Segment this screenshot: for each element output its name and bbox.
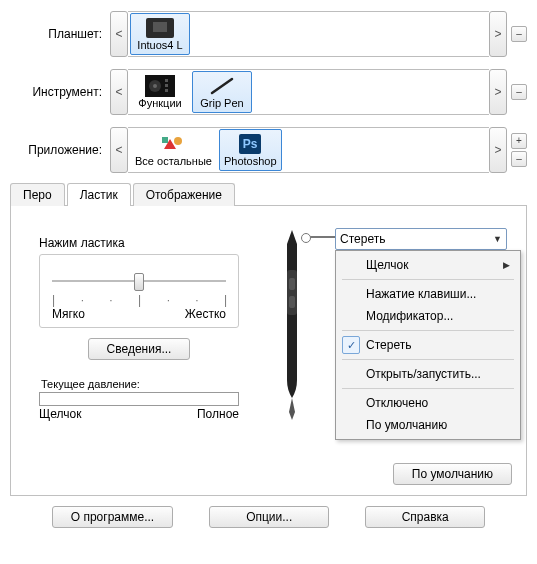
click-label: Щелчок (39, 407, 81, 421)
menu-label: Модификатор... (366, 309, 453, 323)
photoshop-icon: Ps (235, 133, 265, 155)
details-button[interactable]: Сведения... (88, 338, 191, 360)
tool-row: Инструмент: < Функции Grip Pen > – (10, 66, 527, 118)
pressure-slider[interactable] (52, 271, 226, 291)
menu-separator (342, 359, 514, 360)
tool-item-grippen[interactable]: Grip Pen (192, 71, 252, 113)
tab-display[interactable]: Отображение (133, 183, 235, 206)
options-button[interactable]: Опции... (209, 506, 329, 528)
svg-rect-1 (153, 22, 167, 32)
functions-icon (145, 75, 175, 97)
app-item-label: Photoshop (224, 156, 277, 167)
default-button[interactable]: По умолчанию (393, 463, 512, 485)
footer-bar: О программе... Опции... Справка (10, 506, 527, 528)
pressure-fieldset: |··|··| Мягко Жестко (39, 254, 239, 328)
soft-label: Мягко (52, 307, 85, 321)
svg-rect-13 (287, 270, 297, 315)
tablet-icon (145, 17, 175, 39)
svg-rect-6 (165, 84, 168, 87)
app-add-button[interactable]: + (511, 133, 527, 149)
tool-scroll-right[interactable]: > (489, 69, 507, 115)
svg-rect-10 (162, 137, 168, 143)
slider-thumb[interactable] (134, 273, 144, 291)
menu-item-keypress[interactable]: Нажатие клавиши... (336, 283, 520, 305)
menu-item-disabled[interactable]: Отключено (336, 392, 520, 414)
menu-label: Отключено (366, 396, 428, 410)
tool-item-label: Функции (138, 98, 181, 109)
menu-separator (342, 330, 514, 331)
app-scroll-left[interactable]: < (110, 127, 128, 173)
current-pressure-label: Текущее давление: (41, 378, 239, 390)
menu-label: Нажатие клавиши... (366, 287, 476, 301)
tablet-remove-button[interactable]: – (511, 26, 527, 42)
action-menu: Щелчок ▶ Нажатие клавиши... Модификатор.… (335, 250, 521, 440)
tool-scroll-left[interactable]: < (110, 69, 128, 115)
menu-separator (342, 279, 514, 280)
help-button[interactable]: Справка (365, 506, 485, 528)
tablet-strip: Intuos4 L (128, 11, 489, 57)
app-row: Приложение: < Все остальные Ps Photoshop… (10, 124, 527, 176)
tablet-item-label: Intuos4 L (137, 40, 182, 51)
menu-separator (342, 388, 514, 389)
menu-item-default[interactable]: По умолчанию (336, 414, 520, 436)
pen-icon (207, 75, 237, 97)
menu-item-click[interactable]: Щелчок ▶ (336, 254, 520, 276)
app-remove-button[interactable]: – (511, 151, 527, 167)
app-strip: Все остальные Ps Photoshop (128, 127, 489, 173)
tool-remove-button[interactable]: – (511, 84, 527, 100)
tab-eraser[interactable]: Ластик (67, 183, 131, 206)
tablet-label: Планшет: (10, 27, 110, 41)
tablet-scroll-right[interactable]: > (489, 11, 507, 57)
pen-graphic (279, 230, 305, 420)
about-button[interactable]: О программе... (52, 506, 173, 528)
svg-rect-5 (165, 79, 168, 82)
app-scroll-right[interactable]: > (489, 127, 507, 173)
tab-bar: Перо Ластик Отображение (10, 182, 527, 206)
menu-item-erase[interactable]: ✓ Стереть (336, 334, 520, 356)
svg-rect-14 (289, 278, 295, 290)
menu-label: Открыть/запустить... (366, 367, 481, 381)
tool-label: Инструмент: (10, 85, 110, 99)
pressure-bar (39, 392, 239, 406)
menu-item-open[interactable]: Открыть/запустить... (336, 363, 520, 385)
chevron-down-icon: ▼ (493, 234, 502, 244)
eraser-action-combo[interactable]: Стереть ▼ (335, 228, 507, 250)
tab-pen[interactable]: Перо (10, 183, 65, 206)
hard-label: Жестко (185, 307, 226, 321)
check-icon: ✓ (342, 336, 360, 354)
tablet-scroll-left[interactable]: < (110, 11, 128, 57)
connector-line (305, 236, 335, 238)
tablet-row: Планшет: < Intuos4 L > – (10, 8, 527, 60)
svg-point-4 (153, 84, 157, 88)
tool-item-functions[interactable]: Функции (130, 71, 190, 113)
combo-value: Стереть (340, 232, 385, 246)
pressure-title: Нажим ластика (39, 236, 239, 250)
submenu-arrow-icon: ▶ (503, 260, 510, 270)
tablet-item-intuos4[interactable]: Intuos4 L (130, 13, 190, 55)
menu-label: Щелчок (366, 258, 408, 272)
svg-line-8 (212, 79, 232, 93)
svg-text:Ps: Ps (243, 137, 258, 151)
menu-label: По умолчанию (366, 418, 447, 432)
eraser-panel: Нажим ластика |··|··| Мягко Жестко Сведе… (10, 206, 527, 496)
tool-strip: Функции Grip Pen (128, 69, 489, 115)
svg-point-9 (174, 137, 182, 145)
slider-ticks: |··|··| (52, 293, 226, 307)
menu-item-modifier[interactable]: Модификатор... (336, 305, 520, 327)
app-item-all[interactable]: Все остальные (130, 129, 217, 171)
tool-item-label: Grip Pen (200, 98, 243, 109)
menu-label: Стереть (366, 338, 411, 352)
app-item-label: Все остальные (135, 156, 212, 167)
full-label: Полное (197, 407, 239, 421)
app-item-photoshop[interactable]: Ps Photoshop (219, 129, 282, 171)
pressure-block: Нажим ластика |··|··| Мягко Жестко Сведе… (39, 236, 239, 421)
svg-rect-7 (165, 89, 168, 92)
apps-icon (158, 133, 188, 155)
app-label: Приложение: (10, 143, 110, 157)
svg-rect-15 (289, 296, 295, 308)
